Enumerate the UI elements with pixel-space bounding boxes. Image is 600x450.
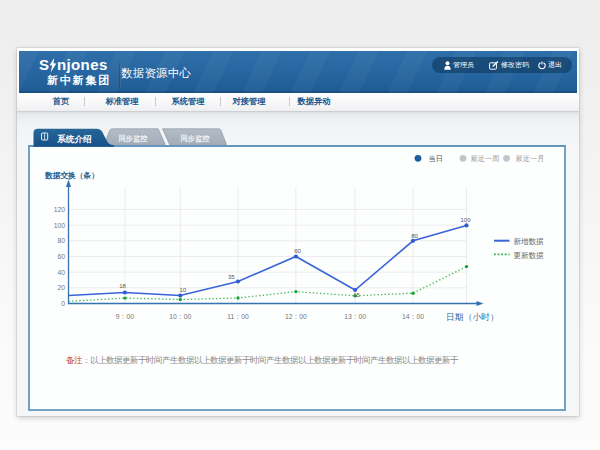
svg-text:18: 18 [119, 283, 126, 289]
svg-text:20: 20 [57, 284, 65, 291]
svg-text:15: 15 [353, 292, 360, 298]
svg-text:80: 80 [411, 233, 418, 239]
svg-text:11：00: 11：00 [227, 313, 249, 320]
svg-text:新增数据: 新增数据 [514, 237, 545, 246]
svg-text:最近一周: 最近一周 [471, 154, 500, 163]
svg-text:数据交换（条）: 数据交换（条） [44, 171, 99, 180]
svg-text:100: 100 [54, 221, 66, 228]
svg-text:系统介绍: 系统介绍 [56, 134, 92, 144]
svg-text:13：00: 13：00 [344, 313, 366, 320]
svg-text:10: 10 [179, 287, 186, 293]
svg-text:同步监控: 同步监控 [181, 134, 211, 143]
svg-text:80: 80 [57, 237, 65, 244]
svg-text:35: 35 [228, 274, 235, 280]
svg-text:备注：以上数据更新于时间产生数据以上数据更新于时间产生数据以: 备注：以上数据更新于时间产生数据以上数据更新于时间产生数据以上数据更新于时间产生… [66, 355, 459, 365]
svg-text:最近一月: 最近一月 [516, 154, 545, 163]
svg-text:40: 40 [57, 268, 65, 275]
svg-text:14：00: 14：00 [402, 313, 424, 320]
svg-text:更新数据: 更新数据 [514, 250, 545, 259]
svg-text:60: 60 [294, 248, 301, 254]
svg-text:日期（小时）: 日期（小时） [446, 311, 499, 321]
svg-text:9：00: 9：00 [116, 313, 134, 320]
svg-text:同步监控: 同步监控 [119, 134, 149, 143]
svg-text:60: 60 [57, 253, 65, 260]
svg-text:10：00: 10：00 [169, 313, 191, 320]
svg-text:0: 0 [61, 300, 65, 307]
svg-text:100: 100 [460, 217, 471, 223]
svg-text:120: 120 [54, 206, 66, 213]
svg-text:12：00: 12：00 [285, 313, 307, 320]
svg-text:当日: 当日 [429, 154, 443, 163]
